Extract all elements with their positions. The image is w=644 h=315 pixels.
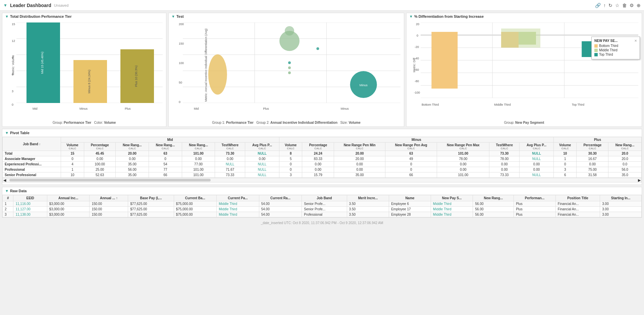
- bubble-chart-footer: Group 1: Performance Tier Group 2: Annua…: [169, 120, 404, 125]
- bar-ytick-15: 15: [12, 22, 15, 26]
- raw-col-annual-sort: Annual ... ↑: [90, 195, 128, 201]
- raw-cell-2-currra: 54.00: [259, 207, 302, 212]
- pivot-subh-plus-vol: VolumeCALC: [553, 143, 577, 151]
- pivot-cell-total-minus-pct: 24.24: [302, 151, 334, 156]
- topbar: ▼ Leader Dashboard Unsaved 🔗 ↑ ↻ ☆ 🗑 ⚙ ⊕: [0, 0, 644, 11]
- raw-row-3: 3 11,138.00 $3,000.00 150.00 $77,625.00 …: [3, 212, 642, 217]
- bubble-chart-label: Test: [176, 14, 184, 18]
- tooltip-title: NEW PAY SE...: [594, 39, 637, 43]
- bubble-chart-panel: ▼ Test Metric: Annual Incentive Individu…: [168, 13, 404, 127]
- scroll-left-arrow[interactable]: ◀: [3, 178, 6, 182]
- raw-cell-3-job: Professional: [302, 212, 347, 217]
- raw-cell-3-eeid[interactable]: 11,138.00: [13, 212, 47, 217]
- filter-icon: ▼: [3, 3, 7, 8]
- bar-ytick-6: 6: [12, 73, 13, 76]
- pivot-scrollbar[interactable]: ◀ ▶: [2, 178, 642, 182]
- svg-point-20: [208, 54, 227, 95]
- tooltip-close[interactable]: ✕: [634, 39, 637, 43]
- bar-chart-filter-icon: ▼: [5, 14, 9, 18]
- svg-point-26: [288, 66, 291, 69]
- raw-cell-3-newpays[interactable]: Middle Third: [431, 212, 473, 217]
- svg-point-25: [288, 61, 291, 64]
- raw-cell-1-currpa[interactable]: Middle Third: [217, 201, 259, 207]
- link-icon[interactable]: 🔗: [595, 3, 601, 8]
- settings-icon[interactable]: ⚙: [630, 3, 634, 8]
- raw-cell-3-annual: 150.00: [90, 212, 128, 217]
- scroll-right-arrow[interactable]: ▶: [638, 178, 641, 182]
- tooltip-swatch-1: [594, 44, 598, 48]
- scroll-thumb[interactable]: [9, 179, 211, 181]
- pivot-subh-minus-nrmin: New Range Pen MinCALC: [334, 143, 385, 151]
- pivot-cell-assoc-job: Associate Manager: [3, 156, 61, 162]
- diff-ytick-m60: -60: [415, 68, 419, 71]
- pivot-cell-total-minus-tw: 73.30: [489, 151, 520, 156]
- bar-xlabel-plus: Plus: [125, 107, 131, 110]
- delete-icon[interactable]: 🗑: [622, 3, 627, 8]
- svg-point-22: [285, 26, 294, 36]
- tooltip-label-3: Top Third: [599, 53, 613, 56]
- pivot-col-minus: Minus: [279, 137, 553, 143]
- export-icon[interactable]: ↑: [603, 3, 606, 8]
- pivot-cell-total-minus-ap: NULL: [520, 151, 554, 156]
- raw-cell-1-newpays[interactable]: Middle Third: [431, 201, 473, 207]
- pivot-cell-total-minus-vol: 8: [279, 151, 302, 156]
- refresh-icon[interactable]: ↻: [608, 3, 612, 8]
- raw-col-base-pay: Base Pay (L...: [128, 195, 174, 201]
- pivot-cell-total-plus-vol: 10: [553, 151, 577, 156]
- pivot-cell-senior-job: Senior Professional: [3, 172, 61, 178]
- raw-cell-3-base: $77,625.00: [128, 212, 174, 217]
- raw-cell-2-perf: Plus: [514, 207, 556, 212]
- pivot-subh-mid-ap: Avg Plus P...CALC: [245, 143, 279, 151]
- bar-grid: Mid 15 (45.46%) Minus 8 (24.24%) Plus 10…: [16, 22, 163, 103]
- svg-text:Mid 15 (45.46%): Mid 15 (45.46%): [41, 52, 44, 74]
- pivot-col-mid: Mid: [61, 137, 279, 143]
- diff-ytick-m100: -100: [414, 91, 420, 94]
- raw-col-merit: Merit Incre...: [347, 195, 389, 201]
- diff-svg: [421, 22, 638, 98]
- star-icon[interactable]: ☆: [615, 3, 620, 8]
- raw-cell-1-name: Employee 6: [389, 201, 431, 207]
- bubble-chart-title: ▼ Test: [169, 13, 404, 20]
- pivot-cell-total-mid-nr2: 63: [149, 151, 182, 156]
- pivot-subh-mid-vol: VolumeCALC: [61, 143, 84, 151]
- help-icon[interactable]: ⊕: [637, 3, 641, 8]
- bar-chart-panel: ▼ Total Distribution Performance Tier Me…: [2, 13, 166, 127]
- topbar-left: ▼ Leader Dashboard Unsaved: [3, 3, 68, 8]
- raw-cell-2-eeid[interactable]: 11,127.00: [13, 207, 47, 212]
- pivot-cell-total-mid-tw: 73.30: [215, 151, 245, 156]
- raw-table: # EEID Annual Inc... Annual ... ↑ Base P…: [2, 195, 642, 217]
- raw-cell-2-newpays[interactable]: Middle Third: [431, 207, 473, 212]
- pivot-table-wrapper[interactable]: Job Band Mid Minus Plus VolumeCALC Perce…: [2, 137, 642, 178]
- pivot-cell-exp-job: Experienced Professi...: [3, 162, 61, 167]
- raw-cell-2-job: Senior Profe...: [302, 207, 347, 212]
- pivot-col-jobband: Job Band: [3, 137, 61, 151]
- tooltip-label-2: Middle Third: [599, 48, 618, 52]
- raw-data-title-label: Raw Data: [10, 189, 27, 193]
- pivot-cell-total-job: Total: [3, 151, 61, 156]
- raw-cell-2-start: 3.00: [600, 207, 642, 212]
- raw-cell-1-eeid[interactable]: 11,116.00: [13, 201, 47, 207]
- raw-cell-2-currpa[interactable]: Middle Third: [217, 207, 259, 212]
- page-footer: _date_inserted UTC: Oct 8 2020, 11:37:06…: [0, 220, 644, 226]
- pivot-subh-mid-nr3: New Rang...CALC: [182, 143, 215, 151]
- pivot-cell-total-minus-nrmax: 101.00: [437, 151, 489, 156]
- svg-rect-41: [501, 29, 540, 48]
- raw-cell-1-base: $77,625.00: [128, 201, 174, 207]
- pivot-row-prof: Professional 1 25.00 56.00 77 101.00 71.…: [3, 167, 642, 172]
- raw-data-panel: ▼ Raw Data # EEID Annual Inc... Annual .…: [2, 187, 642, 218]
- pivot-subh-mid-nr2: New Rang...CALC: [149, 143, 182, 151]
- raw-cell-2-annual: 150.00: [90, 207, 128, 212]
- pivot-cell-prof-job: Professional: [3, 167, 61, 172]
- bubble-xlabel-mid: Mid: [194, 107, 199, 110]
- bubble-svg: Minus: [183, 22, 400, 103]
- pivot-cell-total-mid-ap: NULL: [245, 151, 279, 156]
- diff-xlabel-bottom: Bottom Third: [422, 103, 439, 106]
- raw-cell-3-perf: Plus: [514, 212, 556, 217]
- raw-cell-3-newrang: 56.00: [473, 212, 514, 217]
- raw-cell-2-newrang: 56.00: [473, 207, 514, 212]
- raw-cell-3-currpa[interactable]: Middle Third: [217, 212, 259, 217]
- pivot-cell-total-plus-nr: 20.0: [608, 151, 642, 156]
- raw-cell-1-job: Senior Profe...: [302, 201, 347, 207]
- pivot-cell-total-plus-pct: 30.30: [577, 151, 608, 156]
- raw-cell-2-ainc: $3,000.00: [47, 207, 90, 212]
